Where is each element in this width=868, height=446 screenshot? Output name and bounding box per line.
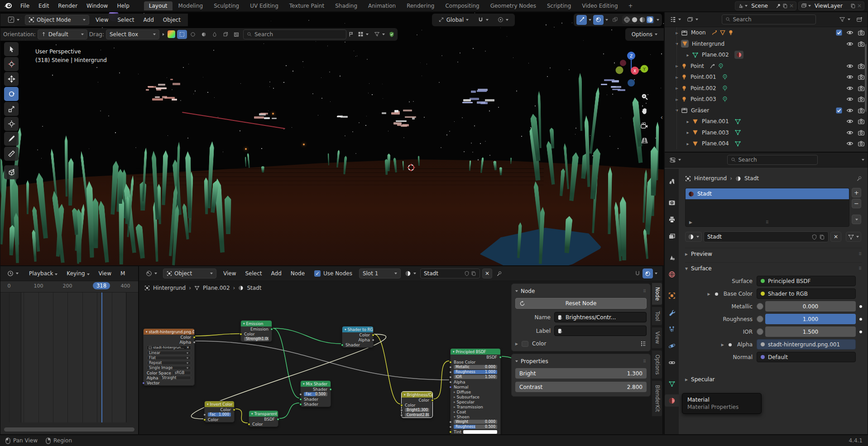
prop-value-alpha[interactable]: stadt-hintergrund.png.001 xyxy=(757,339,856,350)
node-slider[interactable]: Metallic0.000 xyxy=(454,365,497,369)
output-tab[interactable] xyxy=(665,213,679,225)
node-row[interactable]: Fac1.000 xyxy=(205,412,234,417)
node-row[interactable]: Alpha xyxy=(144,340,194,345)
node-row[interactable]: Color xyxy=(241,331,272,336)
snap-magnet-icon[interactable] xyxy=(634,270,641,277)
toggle-bricks-icon[interactable] xyxy=(231,30,241,39)
output-socket[interactable] xyxy=(372,339,374,341)
workspace-tab-modeling[interactable]: Modeling xyxy=(173,1,208,10)
expand-arrow[interactable]: ▾ xyxy=(674,108,680,113)
expand-arrow[interactable]: ▸ xyxy=(674,30,680,35)
world-tab[interactable] xyxy=(665,268,679,280)
node-header[interactable]: ▾stadt-hintergrund.png.001 xyxy=(144,329,194,335)
node-row[interactable]: Color xyxy=(402,398,432,403)
node-row[interactable]: Shader xyxy=(301,397,331,402)
input-socket[interactable] xyxy=(449,366,452,369)
output-socket[interactable] xyxy=(270,328,273,331)
specular-section[interactable]: ▸Specular xyxy=(685,374,862,385)
ortho-grid-icon[interactable] xyxy=(641,137,648,144)
material-browse-button[interactable] xyxy=(685,232,702,242)
node-row[interactable]: Roughness1.000 xyxy=(451,369,500,374)
node-row[interactable]: Fac0.500 xyxy=(301,392,331,397)
options-dropdown[interactable]: Options xyxy=(628,29,661,39)
move-tool[interactable] xyxy=(4,72,19,86)
node-row[interactable]: Color xyxy=(342,332,373,337)
shader-editor-type-button[interactable] xyxy=(142,269,161,278)
timeline-menu-m[interactable]: M xyxy=(116,269,129,278)
node-label-field[interactable] xyxy=(554,326,647,336)
hide-eye-icon[interactable] xyxy=(846,40,854,48)
editor-type-button[interactable] xyxy=(4,15,23,25)
overlays-toggle[interactable] xyxy=(593,15,604,25)
input-socket[interactable] xyxy=(240,333,242,336)
outliner-item-label[interactable]: Point.001 xyxy=(691,74,716,80)
node-row[interactable]: Roughness0.500 xyxy=(451,424,500,429)
node-row[interactable]: BSDF xyxy=(451,355,500,360)
workspace-tab-uv-editing[interactable]: UV Editing xyxy=(245,1,283,10)
outliner-row-plane-003[interactable]: ▸Plane.003 xyxy=(665,127,868,139)
preview-section[interactable]: ▸Preview⠿ xyxy=(685,248,862,259)
properties-editor-type-button[interactable] xyxy=(667,155,683,165)
node-name-field[interactable]: Brightness/Contr... xyxy=(554,312,647,322)
image-datablock-field[interactable]: stadt-hintergrun...✕ xyxy=(147,345,191,350)
tool-tab[interactable] xyxy=(665,175,679,187)
color-swatch[interactable] xyxy=(463,430,497,434)
node-brightness-contrast[interactable]: ▾Brightness/ContrastColorColorBright1.30… xyxy=(401,391,433,418)
material-tab[interactable] xyxy=(665,394,679,407)
node-row[interactable]: ▸Diffuse xyxy=(451,389,500,394)
shading-wireframe-icon[interactable] xyxy=(623,16,630,23)
output-socket[interactable] xyxy=(193,341,196,344)
scene-tab[interactable] xyxy=(665,251,679,264)
pin-icon[interactable] xyxy=(496,271,502,277)
keyframe-dot[interactable] xyxy=(859,331,862,333)
modifiers-tab[interactable] xyxy=(665,306,679,318)
expand-arrow[interactable]: ▸ xyxy=(685,141,691,146)
outliner-item-label[interactable]: Plane.004 xyxy=(702,140,729,147)
node-row[interactable]: Color xyxy=(402,403,432,408)
copy-material-icon[interactable] xyxy=(819,234,825,240)
outliner-item-label[interactable]: Point.002 xyxy=(691,85,716,91)
node-row[interactable]: ▸Subsurface xyxy=(451,394,500,399)
slot-specials-button[interactable] xyxy=(852,215,861,224)
region-collapse-arrow[interactable]: ‹ xyxy=(660,114,663,121)
input-socket[interactable] xyxy=(400,409,403,412)
input-socket[interactable] xyxy=(341,344,344,346)
node-panel-title[interactable]: Node xyxy=(521,288,535,294)
expand-arrow[interactable]: ▸ xyxy=(685,130,691,135)
node-dropdown[interactable]: Flat xyxy=(147,356,191,360)
output-socket[interactable] xyxy=(193,336,196,339)
filter-funnel-icon[interactable] xyxy=(372,29,387,39)
decorator-circle[interactable] xyxy=(757,328,763,335)
outliner-search-input[interactable]: Search xyxy=(722,14,816,24)
node-row[interactable]: Metallic0.000 xyxy=(451,364,500,369)
disable-render-camera-icon[interactable] xyxy=(858,73,865,81)
copy-material-icon[interactable] xyxy=(471,271,476,276)
breadcrumb-object[interactable]: Hintergrund xyxy=(694,175,727,182)
output-socket[interactable] xyxy=(431,399,434,402)
node-row[interactable]: Repeat xyxy=(144,360,194,365)
material-browse-button[interactable] xyxy=(403,269,418,278)
breadcrumb-material[interactable]: Stadt xyxy=(744,175,759,182)
menu-edit[interactable]: Edit xyxy=(34,2,53,10)
blender-logo-icon[interactable] xyxy=(4,3,12,9)
node-row[interactable]: stadt-hintergrun...✕ xyxy=(144,345,194,350)
node-dropdown[interactable]: Straight xyxy=(160,376,191,380)
hide-eye-icon[interactable] xyxy=(846,118,854,125)
viewport-3d[interactable]: Object Mode ViewSelectAddObject Global xyxy=(0,12,664,266)
node-invert-color[interactable]: ▾Invert ColorColorFac1.000Color xyxy=(204,401,235,422)
timeline-area[interactable] xyxy=(0,293,138,422)
mode-selector[interactable]: Object Mode xyxy=(25,15,89,25)
disable-render-camera-icon[interactable] xyxy=(858,129,865,136)
sidebar-tab-blenderkit[interactable]: BlenderKit xyxy=(652,380,662,417)
hide-eye-icon[interactable] xyxy=(846,107,854,114)
keyframe-dot[interactable] xyxy=(859,305,862,308)
navigation-gizmo[interactable]: Z X Y xyxy=(612,49,650,87)
shader-type-selector[interactable]: Object xyxy=(163,269,216,278)
disable-render-camera-icon[interactable] xyxy=(858,85,865,92)
outliner-row-plane-001[interactable]: ▸Plane.001 xyxy=(665,116,868,127)
viewport-menu-add[interactable]: Add xyxy=(139,16,158,24)
timeline-menu-view[interactable]: View xyxy=(94,269,116,278)
input-socket[interactable] xyxy=(449,361,452,364)
material-name-field[interactable]: Stadt xyxy=(704,231,829,242)
workspace-tab-sculpting[interactable]: Sculpting xyxy=(209,1,244,10)
